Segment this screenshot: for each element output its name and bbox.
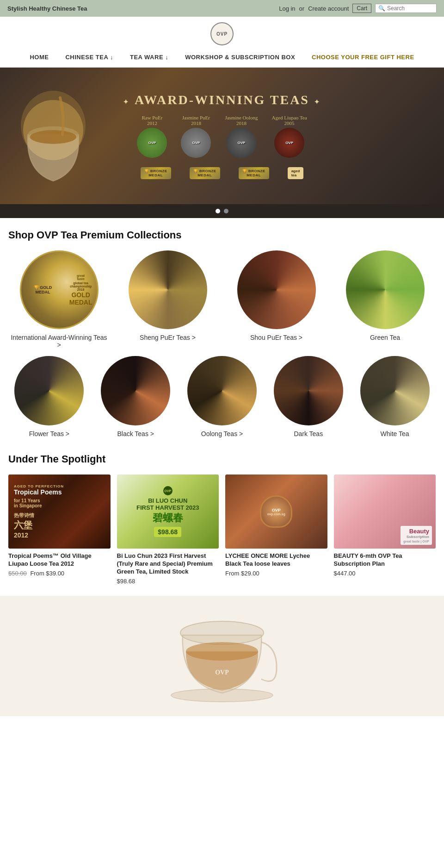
spotlight-card-tropical[interactable]: AGED TO PERFECTION Tropical Poems for 11… — [8, 475, 111, 585]
collection-circle-oolong — [187, 356, 257, 425]
search-box[interactable]: 🔍 — [375, 4, 437, 13]
collections-section: Shop OVP Tea Premium Collections greatta… — [0, 218, 444, 449]
hero-product-2: Jasmine PuEr2018 OVP — [181, 115, 211, 161]
collection-dark[interactable]: Dark Teas — [267, 356, 349, 437]
hero-title: AWARD-WINNING TEAS — [118, 93, 326, 107]
collection-flower[interactable]: Flower Teas > — [8, 356, 90, 437]
spotlight-name-tropical: Tropical Poems™ Old Village Liupao Loose… — [8, 552, 111, 568]
carousel-dot-2[interactable] — [224, 209, 228, 213]
hero-medal-4: agedtea — [288, 167, 304, 179]
spotlight-grid: AGED TO PERFECTION Tropical Poems for 11… — [8, 475, 436, 585]
collection-label-green: Green Tea — [334, 334, 436, 341]
hero-product-3: Jasmine Oolong2018 OVP — [225, 115, 258, 161]
svg-point-7 — [171, 689, 273, 702]
logo-area: OVP — [0, 17, 444, 49]
hero-product-label-4: Aged Liupao Tea2005 — [272, 115, 307, 126]
site-logo[interactable]: OVP — [210, 22, 234, 45]
collection-circle-black — [101, 356, 170, 425]
nav-chinese-tea[interactable]: CHINESE TEA ↓ — [65, 54, 113, 61]
nav-workshop[interactable]: WORKSHOP & SUBSCRIPTION BOX — [185, 54, 295, 61]
collection-sheng[interactable]: Sheng PuEr Teas > — [117, 250, 218, 349]
hero-medal-3: 🏆 BRONZEMEDAL — [239, 167, 269, 179]
collection-circle-award: greattaste global teachampionship2018 GO… — [20, 250, 99, 329]
nav-free-gift[interactable]: CHOOSE YOUR FREE GIFT HERE — [312, 54, 414, 61]
hero-product-4: Aged Liupao Tea2005 OVP — [272, 115, 307, 161]
hero-medals: 🏆 BRONZEMEDAL 🏆 BRONZEMEDAL 🏆 BRONZEMEDA… — [141, 167, 304, 179]
spotlight-title: Under The Spotlight — [8, 453, 436, 465]
collection-circle-white — [360, 356, 430, 425]
cart-label[interactable]: Cart — [352, 4, 371, 13]
spotlight-section: Under The Spotlight AGED TO PERFECTION T… — [0, 449, 444, 596]
nav-tea-ware[interactable]: TEA WARE ↓ — [130, 54, 168, 61]
hero-overlay: AWARD-WINNING TEAS Raw PuEr2012 OVP Jasm… — [0, 68, 444, 204]
collection-label-white: White Tea — [354, 430, 436, 437]
search-icon: 🔍 — [378, 5, 385, 12]
spotlight-img-beauty: Beauty Subscription great taste | OVP — [334, 475, 436, 549]
svg-text:OVP: OVP — [215, 669, 229, 676]
spotlight-img-tropical: AGED TO PERFECTION Tropical Poems for 11… — [8, 475, 111, 549]
collection-row-1: greattaste global teachampionship2018 GO… — [8, 250, 436, 349]
svg-point-5 — [186, 642, 258, 661]
collection-label-shou: Shou PuEr Teas > — [226, 334, 327, 341]
carousel-dots — [0, 204, 444, 218]
nav-home[interactable]: HOME — [30, 54, 49, 61]
collection-label-dark: Dark Teas — [267, 430, 349, 437]
collection-shou[interactable]: Shou PuEr Teas > — [226, 250, 327, 349]
spotlight-name-biluochun: Bi Luo Chun 2023 First Harvest (Truly Ra… — [117, 552, 219, 576]
hero-products: Raw PuEr2012 OVP Jasmine PuEr2018 OVP Ja… — [137, 115, 307, 161]
top-bar: Stylish Healthy Chinese Tea Log in or Cr… — [0, 0, 444, 17]
collection-black[interactable]: Black Teas > — [95, 356, 177, 437]
collection-award[interactable]: greattaste global teachampionship2018 GO… — [8, 250, 110, 349]
collection-circle-flower — [14, 356, 84, 425]
hero-product-circle-3: OVP — [226, 128, 256, 158]
hero-banner: AWARD-WINNING TEAS Raw PuEr2012 OVP Jasm… — [0, 68, 444, 204]
hero-product-label-1: Raw PuEr2012 — [137, 115, 167, 126]
collection-label-award: International Award-Winning Teas > — [8, 334, 110, 349]
spotlight-price-biluochun: $98.68 — [117, 578, 219, 585]
main-nav: HOME CHINESE TEA ↓ TEA WARE ↓ WORKSHOP &… — [0, 49, 444, 68]
spotlight-price-lychee: From $29.00 — [225, 570, 327, 577]
spotlight-card-biluochun[interactable]: OVP BI LUO CHUNFIRST HARVEST 2023 碧螺春 $9… — [117, 475, 219, 585]
spotlight-img-biluochun: OVP BI LUO CHUNFIRST HARVEST 2023 碧螺春 $9… — [117, 475, 219, 549]
top-bar-actions: Log in or Create account Cart 🔍 — [279, 4, 437, 13]
carousel-dot-1[interactable] — [216, 209, 220, 213]
login-link[interactable]: Log in — [279, 5, 295, 12]
spotlight-card-beauty[interactable]: Beauty Subscription great taste | OVP BE… — [334, 475, 436, 585]
hero-product-label-3: Jasmine Oolong2018 — [225, 115, 258, 126]
collection-circle-shou — [237, 250, 316, 329]
bottom-tea-cup-svg: OVP — [157, 610, 287, 702]
hero-product-circle-1: OVP — [137, 128, 167, 158]
collection-label-flower: Flower Teas > — [8, 430, 90, 437]
collection-oolong[interactable]: Oolong Teas > — [181, 356, 263, 437]
bottom-tea-cup: OVP — [157, 610, 287, 702]
hero-medal-1: 🏆 BRONZEMEDAL — [141, 167, 171, 179]
collection-label-oolong: Oolong Teas > — [181, 430, 263, 437]
site-tagline: Stylish Healthy Chinese Tea — [7, 5, 87, 12]
collection-label-sheng: Sheng PuEr Teas > — [117, 334, 218, 341]
search-input[interactable] — [387, 5, 433, 12]
collection-white[interactable]: White Tea — [354, 356, 436, 437]
hero-medal-2: 🏆 BRONZEMEDAL — [190, 167, 220, 179]
collections-title: Shop OVP Tea Premium Collections — [8, 229, 436, 241]
logo-text: OVP — [216, 31, 228, 37]
collection-label-black: Black Teas > — [95, 430, 177, 437]
create-account-link[interactable]: Create account — [308, 5, 349, 12]
collection-circle-green — [346, 250, 425, 329]
or-separator: or — [299, 5, 305, 12]
hero-product-circle-4: OVP — [274, 128, 304, 158]
spotlight-card-lychee[interactable]: OVP ovp.com.sg LYCHEE ONCE MORE Lychee B… — [225, 475, 327, 585]
spotlight-price-beauty: $447.00 — [334, 570, 436, 577]
spotlight-price-tropical: $50.00 From $39.00 — [8, 570, 111, 577]
collection-circle-sheng — [129, 250, 207, 329]
collection-green[interactable]: Green Tea — [334, 250, 436, 349]
hero-product-1: Raw PuEr2012 OVP — [137, 115, 167, 161]
hero-product-circle-2: OVP — [181, 128, 211, 158]
collection-circle-dark — [274, 356, 343, 425]
collection-row-2: Flower Teas > Black Teas > Oolong Teas >… — [8, 356, 436, 437]
spotlight-img-lychee: OVP ovp.com.sg — [225, 475, 327, 549]
spotlight-name-lychee: LYCHEE ONCE MORE Lychee Black Tea loose … — [225, 552, 327, 568]
bottom-section: OVP — [0, 596, 444, 716]
hero-product-label-2: Jasmine PuEr2018 — [181, 115, 211, 126]
spotlight-name-beauty: BEAUTY 6-mth OVP Tea Subscription Plan — [334, 552, 436, 568]
lychee-jar: OVP ovp.com.sg — [260, 495, 292, 528]
